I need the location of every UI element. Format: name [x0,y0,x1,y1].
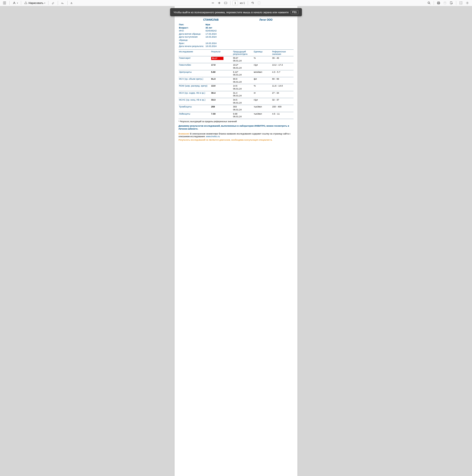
table-row: Лейкоциты7.339.6806.01.24тыс/мкл4.5 - 11 [178,112,294,119]
svg-point-8 [428,2,430,4]
eraser-button[interactable] [51,0,56,6]
svg-text:あ: あ [70,2,72,4]
save-button[interactable] [442,0,448,6]
meta-value: 18.03.2024 [205,35,217,42]
rotate-button[interactable] [250,0,255,6]
meta-value: Муж [205,23,210,26]
test-name-cell[interactable]: МСНС (ср. конц. Hb в эр.) [178,98,211,105]
table-row: MCH (ср. содер. Hb в эр.)30.431.406.01.2… [178,91,294,98]
result-cell: 259 [211,105,233,112]
test-name-cell[interactable]: Лейкоциты [178,112,211,119]
translate-button[interactable]: あ [69,0,75,6]
meta-value: 18.03.2024 [205,42,217,45]
footnote: * Результат, выходящий за пределы рефере… [178,120,294,123]
test-name-cell[interactable]: Гемоглобин [178,63,211,70]
meta-row: Возраст:35 лет [178,26,294,30]
meta-label: Дата взятия образца: [178,33,205,36]
pdf-toolbar: ▾ Нарисовать ▾ Aa あ из [0,0,472,6]
highlight-dropdown[interactable]: ▾ [12,1,19,5]
prev-result-cell: 31.406.01.24 [233,91,253,98]
attention-label: Внимание! [178,133,189,135]
svg-point-2 [3,4,3,4]
draw-dropdown[interactable]: Нарисовать ▾ [23,1,46,5]
dynamics-note: Динамику результатов исследований, выпол… [178,125,294,130]
attention-text: В электронном экземпляре бланка название… [178,133,291,138]
prev-result-cell: 6.12*06.01.24 [233,70,253,77]
result-cell: 7.33 [211,112,233,119]
meta-label: Дата поступления образца: [178,35,205,42]
disclaimer: Результаты исследований не являются диаг… [178,139,294,141]
prev-result-cell: 19.2*06.01.24 [233,63,253,70]
fullscreen-button[interactable] [458,0,464,6]
prev-result-cell: 30306.01.24 [233,105,253,112]
svg-point-0 [3,2,3,2]
result-cell: 51.1* [211,56,233,63]
meta-label: Врач: [178,42,205,45]
col-header-ref: Референсные значения [272,50,294,56]
test-name-cell[interactable]: Тромбоциты [178,105,211,112]
table-row: MCV (ср. объем эритр.)91.390.806.01.24фл… [178,77,294,84]
reference-cell: 27 - 34 [272,91,294,98]
table-row: Гематокрит51.1*55.6*06.01.24%39 - 49 [178,56,294,63]
reference-cell: 11.6 - 14.8 [272,84,294,91]
units-cell: млн/мкл [253,70,272,77]
attention-link[interactable]: www.invitro.ru [206,135,220,138]
col-header-result: Результат [211,50,233,56]
test-name-cell[interactable]: MCV (ср. объем эритр.) [178,77,211,84]
results-table: Исследование Результат Предыдущий резуль… [178,50,294,119]
meta-label: Возраст: [178,26,205,30]
units-cell: тыс/мкл [253,112,272,119]
meta-row: Дата взятия образца:17.03.2024 [178,33,294,36]
result-cell: 17.0 [211,63,233,70]
zoom-out-button[interactable] [210,0,216,6]
units-cell: пг [253,91,272,98]
text-button[interactable]: Aa [60,0,65,6]
meta-value: 824548242 [205,29,217,33]
prev-result-cell: 9.6806.01.24 [233,112,253,119]
meta-label: ИНЗ: [178,29,205,33]
document-page: СТАНИСЛАВ Легат ООО Пол:МужВозраст:35 ле… [175,6,297,476]
fit-button[interactable] [223,0,228,6]
result-cell: 91.3 [211,77,233,84]
svg-rect-9 [438,2,439,3]
annotate-button[interactable] [449,0,454,6]
units-cell: г/дл [253,63,272,70]
units-cell: % [253,84,272,91]
table-row: Эритроциты5.606.12*06.01.24млн/мкл4.3 - … [178,70,294,77]
print-button[interactable] [436,0,441,6]
units-cell: фл [253,77,272,84]
col-header-prev: Предыдущий результат/дата [233,50,253,56]
meta-row: ИНЗ:824548242 [178,29,294,33]
test-name-cell[interactable]: RDW (шир. распред. эритр) [178,84,211,91]
page-number-input[interactable] [233,1,238,5]
reference-cell: 150 - 400 [272,105,294,112]
settings-button[interactable] [465,0,470,6]
meta-row: Дата печати результата:18.03.2024 [178,45,294,48]
meta-label: Пол: [178,23,205,26]
search-button[interactable] [426,0,432,6]
page-view-button[interactable] [256,0,262,6]
test-name-cell[interactable]: Эритроциты [178,70,211,77]
table-row: RDW (шир. распред. эритр)13.014.606.01.2… [178,84,294,91]
test-name-cell[interactable]: Гематокрит [178,56,211,63]
svg-rect-7 [258,2,260,4]
draw-label: Нарисовать [29,1,43,4]
prev-result-cell: 90.806.01.24 [233,77,253,84]
units-cell: % [253,56,272,63]
col-header-units: Единицы [253,50,272,56]
reference-cell: 32 - 37 [272,98,294,105]
meta-row: Врач:18.03.2024 [178,42,294,45]
table-row: МСНС (ср. конц. Hb в эр.)33.334.506.01.2… [178,98,294,105]
chevron-down-icon: ▾ [17,2,18,4]
sidebar-toggle-button[interactable] [2,0,7,6]
result-cell: 30.4 [211,91,233,98]
page-total-label: из 1 [239,1,246,4]
prev-result-cell: 55.6*06.01.24 [233,56,253,63]
svg-point-1 [3,3,3,3]
test-name-cell[interactable]: MCH (ср. содер. Hb в эр.) [178,91,211,98]
document-viewer: Чтобы выйти из полноэкранного режима, пе… [0,6,472,476]
reference-cell: 13.2 - 17.3 [272,63,294,70]
meta-row: Пол:Муж [178,23,294,26]
zoom-in-button[interactable] [217,0,222,6]
table-row: Тромбоциты25930306.01.24тыс/мкл150 - 400 [178,105,294,112]
